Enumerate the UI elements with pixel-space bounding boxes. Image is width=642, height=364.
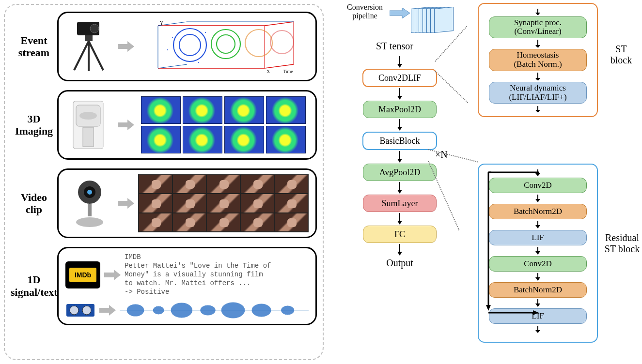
down-arrow-icon xyxy=(534,247,541,255)
down-arrow-icon xyxy=(534,221,541,228)
video-frame xyxy=(206,213,240,232)
ct-scanner-icon xyxy=(65,98,114,152)
webcam-icon xyxy=(65,177,114,230)
svg-point-15 xyxy=(217,35,235,53)
center-pipeline: Conversion pipeline ST tensor Conv2DLIF … xyxy=(334,3,460,361)
node-basicblock: BasicBlock xyxy=(362,132,437,150)
video-frame xyxy=(172,213,206,232)
svg-rect-26 xyxy=(83,127,94,147)
res-lif-node: LIF xyxy=(489,230,587,245)
output-label: Output xyxy=(386,258,413,269)
video-frame xyxy=(172,194,206,212)
svg-point-13 xyxy=(179,34,201,56)
left-region: Event stream xyxy=(4,4,324,360)
svg-point-42 xyxy=(282,306,294,315)
node-sumlayer: SumLayer xyxy=(363,195,437,212)
svg-point-21 xyxy=(167,49,168,50)
label-3d-imaging: 3D Imaging xyxy=(11,113,57,137)
video-frame xyxy=(139,194,172,212)
st-block: Synaptic proc. (Conv/Linear) Homeostasis… xyxy=(478,3,598,117)
svg-line-4 xyxy=(89,41,103,70)
down-arrow-icon xyxy=(534,326,541,333)
svg-point-25 xyxy=(79,112,97,120)
st-hom-line1: Homeostasis xyxy=(517,51,559,60)
down-arrow-icon xyxy=(399,214,400,224)
card-event-stream: Y X Time xyxy=(57,12,317,81)
res-conv2d-node: Conv2D xyxy=(489,178,587,193)
axis-time-label: Time xyxy=(283,69,293,74)
ultrasonic-sensor-icon xyxy=(65,302,95,318)
video-frame xyxy=(274,213,308,232)
res-block-side-label: Residual ST block xyxy=(603,232,642,255)
residual-st-block: Conv2D BatchNorm2D LIF Conv2D BatchNorm2… xyxy=(478,164,598,343)
heatmap-cell xyxy=(141,96,181,124)
card-video-clip xyxy=(57,168,317,238)
st-neural-dynamics-node: Neural dynamics (LIF/LIAF/LIF+) xyxy=(489,82,587,104)
residual-skip-arrow xyxy=(485,170,491,313)
imdb-review-text: IMDB Petter Mattei's "Love in the Time o… xyxy=(125,253,309,297)
svg-point-16 xyxy=(245,30,272,57)
heatmap-cell xyxy=(224,96,264,124)
video-frame xyxy=(206,194,240,212)
down-arrow-icon xyxy=(534,299,541,307)
camera-tripod-icon xyxy=(65,20,114,73)
svg-point-14 xyxy=(211,30,240,59)
video-frame xyxy=(240,175,274,194)
svg-point-17 xyxy=(270,30,294,54)
heatmap-cell xyxy=(266,96,306,124)
st-synaptic-node: Synaptic proc. (Conv/Linear) xyxy=(489,16,587,38)
video-frame-grid xyxy=(138,175,309,232)
label-video-clip: Video clip xyxy=(11,191,57,216)
node-fc: FC xyxy=(363,226,437,243)
tensor-frames-icon xyxy=(411,4,454,35)
res-bn2d-node: BatchNorm2D xyxy=(489,204,587,219)
svg-rect-2 xyxy=(85,35,93,41)
st-tensor-label: ST tensor xyxy=(376,41,413,52)
video-frame xyxy=(240,194,274,212)
node-avgpool2d: AvgPool2D xyxy=(363,164,437,181)
axis-x-label: X xyxy=(266,69,270,74)
video-frame xyxy=(274,175,308,194)
svg-point-36 xyxy=(127,304,144,316)
skip-top-line xyxy=(488,170,539,174)
skip-bottom-arrow xyxy=(488,310,539,316)
svg-point-33 xyxy=(70,306,78,315)
row-1d-signal: 1D signal/text IMDb IMDB Petter Mattei's… xyxy=(11,247,317,325)
st-neu-line1: Neural dynamics xyxy=(510,84,566,93)
arrow-right-icon xyxy=(118,198,134,209)
heatmap-cell xyxy=(266,126,306,153)
down-arrow-icon xyxy=(534,9,541,15)
video-frame xyxy=(139,175,172,194)
res-bn2d-node: BatchNorm2D xyxy=(489,282,587,298)
node-maxpool2d: MaxPool2D xyxy=(363,101,437,118)
node-conv2dlif: Conv2DLIF xyxy=(362,69,437,87)
imdb-logo-text: IMDb xyxy=(69,268,96,282)
video-frame xyxy=(172,175,206,194)
down-arrow-icon xyxy=(399,183,400,193)
svg-point-20 xyxy=(205,32,206,33)
st-syn-line1: Synaptic proc. xyxy=(514,18,562,28)
svg-point-40 xyxy=(221,303,245,318)
card-3d-imaging xyxy=(57,90,317,160)
svg-point-31 xyxy=(76,217,103,227)
row-event-stream: Event stream xyxy=(11,12,317,81)
heatmap-cell xyxy=(183,96,222,124)
arrow-right-icon xyxy=(118,120,134,130)
label-1d-signal: 1D signal/text xyxy=(11,273,57,298)
svg-point-1 xyxy=(90,24,99,33)
conversion-pipeline-label: Conversion pipeline xyxy=(343,3,387,20)
row-3d-imaging: 3D Imaging xyxy=(11,90,317,160)
svg-point-38 xyxy=(171,303,192,318)
audio-waveform xyxy=(120,302,309,319)
video-frame xyxy=(240,213,274,232)
arrow-right-icon xyxy=(118,41,134,52)
svg-point-29 xyxy=(87,190,92,195)
arrow-right-icon xyxy=(99,305,116,316)
svg-rect-30 xyxy=(88,204,92,216)
svg-point-39 xyxy=(201,305,215,315)
imdb-logo: IMDb xyxy=(65,261,100,288)
heatmap-cell xyxy=(141,126,181,153)
down-arrow-icon xyxy=(399,57,400,67)
down-arrow-icon xyxy=(399,245,400,255)
heatmap-cell xyxy=(224,126,264,153)
